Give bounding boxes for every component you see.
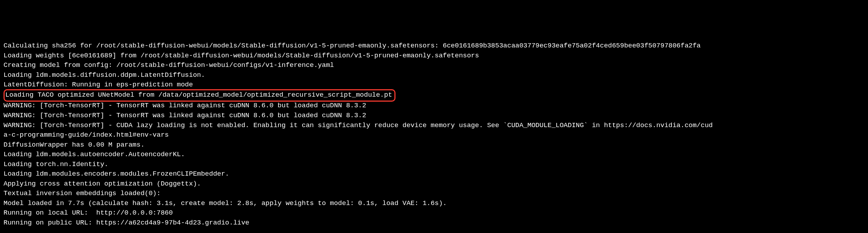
log-line: Loading ldm.modules.encoders.modules.Fro…	[4, 169, 864, 179]
highlight-box: Loading TACO optimized UNetModel from /d…	[4, 89, 395, 102]
log-line: Loading weights [6ce0161689] from /root/…	[4, 51, 864, 61]
log-line: Model loaded in 7.7s (calculate hash: 3.…	[4, 199, 864, 209]
log-line: Running on public URL: https://a62cd4a9-…	[4, 218, 864, 228]
log-line: Textual inversion embeddings loaded(0):	[4, 189, 864, 199]
log-line: Loading ldm.models.diffusion.ddpm.Latent…	[4, 70, 864, 80]
log-line: Running on local URL: http://0.0.0.0:786…	[4, 208, 864, 218]
log-line: DiffusionWrapper has 0.00 M params.	[4, 140, 864, 150]
log-line: LatentDiffusion: Running in eps-predicti…	[4, 80, 864, 90]
log-line: WARNING: [Torch-TensorRT] - TensorRT was…	[4, 101, 864, 111]
log-line-highlighted: Loading TACO optimized UNetModel from /d…	[4, 90, 864, 101]
terminal-output: Calculating sha256 for /root/stable-diff…	[4, 41, 864, 228]
log-line: a-c-programming-guide/index.html#env-var…	[4, 130, 864, 140]
log-line: Creating model from config: /root/stable…	[4, 61, 864, 70]
log-line: Applying cross attention optimization (D…	[4, 179, 864, 189]
log-line: Loading ldm.models.autoencoder.Autoencod…	[4, 150, 864, 160]
log-line: Calculating sha256 for /root/stable-diff…	[4, 41, 864, 51]
log-line: WARNING: [Torch-TensorRT] - CUDA lazy lo…	[4, 121, 864, 131]
log-line: Loading torch.nn.Identity.	[4, 160, 864, 170]
log-line: WARNING: [Torch-TensorRT] - TensorRT was…	[4, 111, 864, 121]
